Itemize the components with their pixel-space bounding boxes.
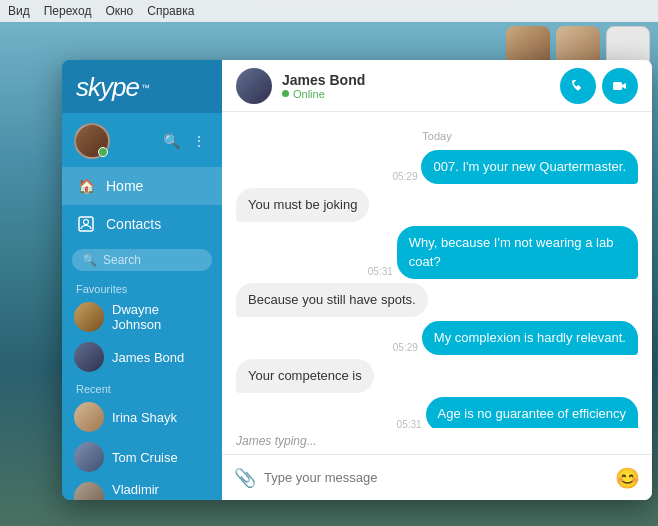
emoji-icon[interactable]: 😊 [615,466,640,490]
user-status-dot [98,147,108,157]
status-online-dot [282,90,289,97]
home-icon: 🏠 [76,176,96,196]
message-row: You must be joking [236,188,638,222]
contact-avatar-tom [74,442,104,472]
contact-irina[interactable]: Irina Shayk [62,397,222,437]
grid-icon-btn[interactable]: ⋮ [188,130,210,152]
contacts-icon [76,214,96,234]
menu-bar: Вид Переход Окно Справка [0,0,658,22]
contact-dwayne[interactable]: Dwayne Johnson [62,297,222,337]
sidebar: skype™ 🔍 ⋮ 🏠 Home [62,60,222,500]
message-row: 05:29 007. I'm your new Quartermaster. [236,150,638,184]
chat-contact-status: Online [282,88,552,100]
contact-avatar-vladimir [74,482,104,500]
call-button[interactable] [560,68,596,104]
menu-okno[interactable]: Окно [105,4,133,18]
menu-spravka[interactable]: Справка [147,4,194,18]
contact-avatar-dwayne [74,302,104,332]
menu-perekhod[interactable]: Переход [44,4,92,18]
chat-contact-info: James Bond Online [282,72,552,100]
chat-contact-name: James Bond [282,72,552,88]
current-user-avatar [74,123,110,159]
user-actions: 🔍 ⋮ [160,130,210,152]
contact-name-james: James Bond [112,350,184,365]
video-call-button[interactable] [602,68,638,104]
message-time: 05:29 [393,342,418,353]
sidebar-header: skype™ [62,60,222,113]
message-bubble: Age is no guarantee of efficiency [426,397,638,428]
skype-logo: skype™ [76,72,208,103]
nav-home[interactable]: 🏠 Home [62,167,222,205]
typing-indicator: James typing... [222,428,652,454]
message-time: 05:31 [397,419,422,429]
svg-point-1 [84,220,89,225]
message-bubble: 007. I'm your new Quartermaster. [421,150,638,184]
message-bubble: My complexion is hardly relevant. [422,321,638,355]
message-bubble: Why, because I'm not wearing a lab coat? [397,226,638,278]
contact-vladimir[interactable]: Vladimir Mashkov [62,477,222,500]
messages-area[interactable]: Today 05:29 007. I'm your new Quartermas… [222,112,652,428]
message-row: 05:31 Why, because I'm not wearing a lab… [236,226,638,278]
contact-avatar-irina [74,402,104,432]
user-row: 🔍 ⋮ [62,113,222,167]
chat-contact-avatar [236,68,272,104]
contact-tom[interactable]: Tom Cruise [62,437,222,477]
message-row: 05:31 Age is no guarantee of efficiency [236,397,638,428]
search-box: 🔍 [72,249,212,271]
skype-window: skype™ 🔍 ⋮ 🏠 Home [62,60,652,500]
nav-home-label: Home [106,178,143,194]
svg-rect-2 [613,82,622,90]
message-time: 05:29 [392,171,417,182]
message-time: 05:31 [368,266,393,277]
contact-name-tom: Tom Cruise [112,450,178,465]
contact-name-dwayne: Dwayne Johnson [112,302,210,332]
input-area: 📎 😊 [222,454,652,500]
message-bubble: Because you still have spots. [236,283,428,317]
attach-icon[interactable]: 📎 [234,467,256,489]
menu-vid[interactable]: Вид [8,4,30,18]
message-row: Your competence is [236,359,638,393]
search-icon: 🔍 [82,253,97,267]
recent-label: Recent [62,377,222,397]
chat-header: James Bond Online [222,60,652,112]
nav-contacts-label: Contacts [106,216,161,232]
contact-name-irina: Irina Shayk [112,410,177,425]
message-row: 05:29 My complexion is hardly relevant. [236,321,638,355]
search-icon-btn[interactable]: 🔍 [160,130,182,152]
contact-avatar-james [74,342,104,372]
favourites-label: Favourites [62,277,222,297]
day-label: Today [236,130,638,142]
contact-james[interactable]: James Bond [62,337,222,377]
message-input[interactable] [264,470,607,485]
search-input[interactable] [103,253,202,267]
nav-contacts[interactable]: Contacts [62,205,222,243]
chat-area: James Bond Online Today [222,60,652,500]
message-row: Because you still have spots. [236,283,638,317]
contact-name-vladimir: Vladimir Mashkov [112,482,210,500]
message-bubble: You must be joking [236,188,369,222]
message-bubble: Your competence is [236,359,374,393]
